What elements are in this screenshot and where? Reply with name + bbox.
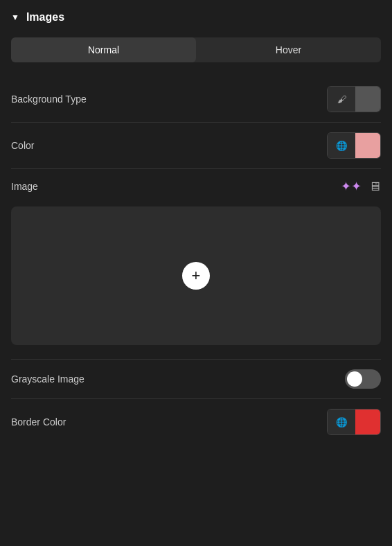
border-globe-icon: 🌐: [336, 417, 348, 428]
monitor-icon[interactable]: 🖥: [368, 179, 381, 194]
border-color-row: Border Color 🌐: [11, 402, 381, 442]
background-type-swatch[interactable]: [355, 87, 380, 112]
border-color-label: Border Color: [11, 416, 66, 428]
background-type-control: 🖌: [327, 86, 381, 112]
background-type-row: Background Type 🖌: [11, 79, 381, 119]
color-swatch[interactable]: [355, 133, 380, 158]
grayscale-label: Grayscale Image: [11, 373, 84, 385]
image-row: Image ✦✦ 🖥: [11, 172, 381, 201]
globe-button[interactable]: 🌐: [328, 133, 355, 158]
tab-group: Normal Hover: [11, 37, 381, 62]
image-controls: ✦✦ 🖥: [341, 179, 381, 194]
panel-title: Images: [26, 11, 64, 24]
grayscale-row: Grayscale Image: [11, 362, 381, 396]
grayscale-toggle[interactable]: [345, 369, 381, 389]
divider-1: [11, 122, 381, 123]
collapse-icon[interactable]: ▼: [11, 12, 19, 22]
divider-3: [11, 359, 381, 360]
divider-4: [11, 398, 381, 399]
add-image-button[interactable]: +: [182, 262, 210, 290]
color-row: Color 🌐: [11, 125, 381, 166]
image-label: Image: [11, 181, 38, 192]
border-color-swatch[interactable]: [355, 410, 380, 434]
border-globe-button[interactable]: 🌐: [328, 410, 355, 434]
sparkle-icon[interactable]: ✦✦: [341, 179, 362, 194]
images-panel: ▼ Images Normal Hover Background Type 🖌 …: [0, 0, 392, 453]
brush-icon: 🖌: [337, 94, 346, 105]
tab-normal[interactable]: Normal: [11, 37, 196, 62]
brush-button[interactable]: 🖌: [328, 87, 355, 112]
plus-icon: +: [192, 267, 201, 285]
divider-2: [11, 168, 381, 169]
tab-hover[interactable]: Hover: [196, 37, 381, 62]
color-control: 🌐: [327, 132, 381, 159]
border-color-control: 🌐: [327, 409, 381, 435]
panel-header: ▼ Images: [11, 11, 381, 24]
background-type-label: Background Type: [11, 94, 87, 105]
toggle-slider: [345, 369, 381, 389]
globe-icon: 🌐: [336, 141, 348, 151]
color-label: Color: [11, 140, 34, 151]
image-upload-area[interactable]: +: [11, 206, 381, 345]
